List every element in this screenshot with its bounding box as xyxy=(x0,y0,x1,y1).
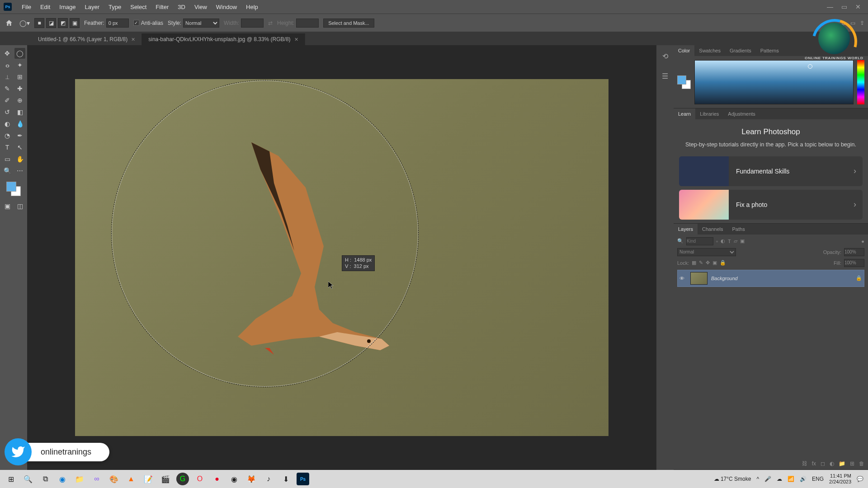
menu-type[interactable]: Type xyxy=(104,4,126,10)
marquee-tool-icon[interactable]: ◯ xyxy=(14,48,25,59)
share-icon[interactable]: ⇪ xyxy=(860,20,864,26)
blur-tool-icon[interactable]: 💧 xyxy=(14,118,25,129)
group-icon[interactable]: 📁 xyxy=(839,460,845,467)
selection-add-icon[interactable]: ◪ xyxy=(46,18,56,28)
tab-layers[interactable]: Layers xyxy=(674,224,698,235)
notifications-icon[interactable]: 💬 xyxy=(857,476,863,482)
tab-swatches[interactable]: Swatches xyxy=(694,45,725,56)
foreground-color[interactable] xyxy=(6,182,16,192)
visibility-icon[interactable]: 👁 xyxy=(679,276,687,281)
blend-mode-select[interactable]: Normal xyxy=(677,248,736,256)
lasso-tool-icon[interactable]: ⴰ xyxy=(2,60,13,70)
selection-intersect-icon[interactable]: ▣ xyxy=(70,18,80,28)
notepad-icon[interactable]: 📝 xyxy=(142,473,155,485)
app-icon-7[interactable]: ⬇ xyxy=(279,473,292,485)
edge-icon[interactable]: ◉ xyxy=(56,473,69,485)
menu-select[interactable]: Select xyxy=(126,4,151,10)
frame-tool-icon[interactable]: ⊞ xyxy=(14,71,25,82)
tab-color[interactable]: Color xyxy=(674,45,694,56)
filter-toggle-icon[interactable]: ● xyxy=(861,239,864,244)
search-icon[interactable]: ⊙ xyxy=(841,20,846,26)
tool-preset-icon[interactable]: ◯▾ xyxy=(19,18,30,28)
canvas-area[interactable]: H : 1488 px V : 312 px xyxy=(27,45,656,470)
app-icon-4[interactable]: G xyxy=(176,473,189,485)
filter-pixel-icon[interactable]: ▫ xyxy=(716,239,718,244)
style-select[interactable]: Normal xyxy=(183,19,219,28)
history-panel-icon[interactable]: ⟲ xyxy=(660,51,670,61)
more-tools-icon[interactable]: ⋯ xyxy=(14,165,25,176)
wifi-icon[interactable]: 📶 xyxy=(788,476,794,482)
hand-tool-icon[interactable]: ✋ xyxy=(14,154,25,164)
hue-slider[interactable] xyxy=(857,60,864,104)
lock-artboard-icon[interactable]: ▣ xyxy=(712,260,717,266)
antialias-checkbox[interactable]: ✓ xyxy=(133,20,139,26)
canvas[interactable]: H : 1488 px V : 312 px xyxy=(75,79,609,436)
weather-widget[interactable]: ☁ 17°C Smoke xyxy=(714,476,751,482)
lock-image-icon[interactable]: ✎ xyxy=(699,260,703,266)
vlc-icon[interactable]: ▲ xyxy=(125,473,137,485)
delete-layer-icon[interactable]: 🗑 xyxy=(859,460,864,467)
close-tab-icon[interactable]: ✕ xyxy=(131,37,135,42)
close-tab-icon[interactable]: ✕ xyxy=(294,37,298,42)
type-tool-icon[interactable]: T xyxy=(2,142,13,153)
menu-view[interactable]: View xyxy=(190,4,212,10)
eyedropper-tool-icon[interactable]: ✎ xyxy=(2,83,13,94)
healing-tool-icon[interactable]: ✚ xyxy=(14,83,25,94)
app-icon-1[interactable]: ∞ xyxy=(90,473,103,485)
minimize-icon[interactable]: — xyxy=(827,3,833,10)
language-indicator[interactable]: ENG xyxy=(812,476,824,482)
pen-tool-icon[interactable]: ✒ xyxy=(14,130,25,141)
selection-new-icon[interactable]: ■ xyxy=(34,18,44,28)
tab-channels[interactable]: Channels xyxy=(698,224,727,235)
menu-filter[interactable]: Filter xyxy=(151,4,173,10)
menu-file[interactable]: File xyxy=(17,4,36,10)
close-icon[interactable]: ✕ xyxy=(855,3,861,10)
crop-tool-icon[interactable]: ⟂ xyxy=(2,71,13,82)
menu-help[interactable]: Help xyxy=(241,4,263,10)
shape-tool-icon[interactable]: ▭ xyxy=(2,154,13,164)
learn-card-fundamental[interactable]: Fundamental Skills › xyxy=(679,156,863,186)
search-taskbar-icon[interactable]: 🔍 xyxy=(22,473,34,485)
magic-wand-tool-icon[interactable]: ✦ xyxy=(14,60,25,70)
color-field[interactable] xyxy=(694,60,854,104)
clock[interactable]: 11:41 PM 2/24/2023 xyxy=(829,473,851,485)
menu-window[interactable]: Window xyxy=(212,4,241,10)
layer-style-icon[interactable]: fx xyxy=(812,460,816,467)
tab-gradients[interactable]: Gradients xyxy=(725,45,756,56)
tray-chevron-icon[interactable]: ^ xyxy=(756,476,759,482)
history-brush-tool-icon[interactable]: ↺ xyxy=(2,107,13,117)
photoshop-taskbar-icon[interactable]: Ps xyxy=(297,473,309,485)
mic-icon[interactable]: 🎤 xyxy=(764,476,771,482)
zoom-tool-icon[interactable]: 🔍 xyxy=(2,165,13,176)
dodge-tool-icon[interactable]: ◔ xyxy=(2,130,13,141)
app-icon-6[interactable]: 🦊 xyxy=(245,473,258,485)
onedrive-icon[interactable]: ☁ xyxy=(777,476,782,482)
menu-layer[interactable]: Layer xyxy=(80,4,104,10)
eraser-tool-icon[interactable]: ◧ xyxy=(14,107,25,117)
filter-smart-icon[interactable]: ▣ xyxy=(740,238,745,244)
app-icon-2[interactable]: 🎨 xyxy=(108,473,120,485)
properties-panel-icon[interactable]: ☰ xyxy=(660,70,670,81)
color-swatches[interactable] xyxy=(6,182,21,196)
screen-mode-icon[interactable]: ▣ xyxy=(2,201,13,211)
filter-search-icon[interactable]: 🔍 xyxy=(677,238,684,244)
lock-position-icon[interactable]: ✥ xyxy=(706,260,710,266)
marquee-selection[interactable] xyxy=(111,80,419,387)
volume-icon[interactable]: 🔊 xyxy=(800,476,807,482)
layer-filter-input[interactable] xyxy=(686,237,713,245)
tab-patterns[interactable]: Patterns xyxy=(756,45,783,56)
path-select-tool-icon[interactable]: ↖ xyxy=(14,142,25,153)
panel-fg-color[interactable] xyxy=(677,75,686,84)
color-fgbg[interactable] xyxy=(677,75,691,89)
tiktok-icon[interactable]: ♪ xyxy=(262,473,275,485)
link-layers-icon[interactable]: ⛓ xyxy=(802,460,807,467)
stamp-tool-icon[interactable]: ⊕ xyxy=(14,95,25,106)
start-icon[interactable]: ⊞ xyxy=(5,473,17,485)
tab-learn[interactable]: Learn xyxy=(674,108,695,119)
explorer-icon[interactable]: 📁 xyxy=(73,473,86,485)
new-layer-icon[interactable]: ⊞ xyxy=(850,460,854,467)
doc-tab-1[interactable]: Untitled-1 @ 66.7% (Layer 1, RGB/8) ✕ xyxy=(32,33,142,45)
fill-input[interactable] xyxy=(844,259,864,267)
move-tool-icon[interactable]: ✥ xyxy=(2,48,13,59)
gradient-tool-icon[interactable]: ◐ xyxy=(2,118,13,129)
